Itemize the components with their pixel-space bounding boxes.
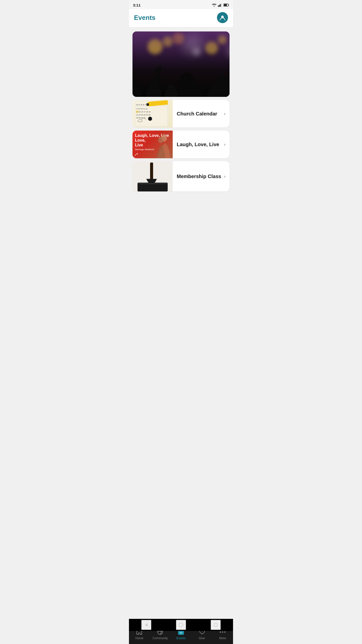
church-calendar-card[interactable]: M D W B Y Z 7 8 9 10 11 12 14 15 16 17 1…	[132, 100, 230, 128]
svg-rect-2	[220, 4, 221, 7]
membership-class-card[interactable]: Membership Class ›	[132, 161, 230, 191]
battery-icon	[223, 4, 229, 7]
wifi-icon	[212, 3, 216, 7]
android-back-button[interactable]	[141, 620, 151, 630]
church-calendar-chevron: ›	[224, 111, 225, 116]
laugh-love-live-chevron: ›	[224, 142, 225, 147]
nav-home-label: Home	[135, 636, 143, 640]
svg-point-18	[168, 84, 174, 92]
svg-point-46	[179, 623, 183, 627]
svg-point-34	[158, 137, 163, 143]
svg-point-12	[179, 72, 194, 91]
hero-event-card[interactable]	[132, 31, 230, 97]
svg-rect-38	[138, 183, 167, 184]
status-icons	[212, 3, 229, 7]
svg-rect-27	[136, 110, 139, 113]
signal-icon	[218, 3, 222, 7]
membership-class-chevron: ›	[224, 174, 225, 179]
laugh-love-live-image: Laugh, Love, Live Love, Live Marriage We…	[132, 131, 173, 158]
laugh-love-live-card[interactable]: Laugh, Love, Live Love, Live Marriage We…	[132, 131, 230, 158]
android-nav-bar	[129, 619, 233, 631]
laugh-love-live-title: Laugh, Love, Live	[177, 142, 219, 147]
back-triangle-icon	[144, 623, 149, 627]
church-calendar-title: Church Calendar	[177, 111, 217, 117]
nav-community-label: Community	[153, 636, 168, 640]
svg-point-32	[148, 117, 152, 121]
svg-text:17: 17	[180, 631, 182, 634]
svg-rect-5	[224, 4, 227, 6]
recent-square-icon	[214, 623, 218, 627]
laugh-love-live-info: Laugh, Love, Live ›	[173, 142, 230, 147]
svg-text:28  29  30  31: 28 29 30 31	[136, 117, 146, 119]
page-title: Events	[134, 14, 155, 22]
arrow-doodle	[134, 152, 139, 157]
nav-more-label: More	[219, 636, 226, 640]
status-time: 3:11	[133, 3, 141, 7]
nav-give-label: Give	[199, 636, 205, 640]
church-calendar-image: M D W B Y Z 7 8 9 10 11 12 14 15 16 17 1…	[132, 100, 173, 128]
svg-rect-36	[150, 163, 153, 180]
android-recent-button[interactable]	[211, 620, 221, 630]
membership-class-image	[132, 161, 173, 191]
nav-events-label: Events	[176, 636, 186, 640]
membership-visual-svg	[132, 161, 173, 191]
svg-rect-0	[218, 6, 219, 7]
svg-marker-45	[145, 623, 148, 627]
android-home-button[interactable]	[176, 620, 186, 630]
home-circle-icon	[179, 623, 183, 627]
svg-text:7    8    9   10  11  12: 7 8 9 10 11 12	[136, 108, 148, 110]
membership-class-info: Membership Class ›	[173, 174, 230, 179]
svg-rect-31	[146, 103, 149, 106]
profile-icon	[219, 14, 226, 21]
status-bar: 3:11	[129, 0, 233, 9]
church-calendar-info: Church Calendar ›	[173, 111, 230, 117]
svg-text:21  22  23  24  25  26: 21 22 23 24 25 26	[136, 114, 151, 116]
couple-silhouette	[153, 131, 173, 158]
profile-button[interactable]	[217, 12, 228, 23]
svg-rect-47	[214, 623, 217, 626]
membership-class-title: Membership Class	[177, 174, 221, 179]
calendar-visual-svg: M D W B Y Z 7 8 9 10 11 12 14 15 16 17 1…	[132, 100, 173, 128]
svg-text:M  D  W  B  Y  Z: M D W B Y Z	[136, 104, 148, 106]
hero-image	[132, 31, 230, 97]
svg-point-8	[150, 78, 159, 89]
app-header: Events	[129, 9, 233, 27]
svg-rect-3	[221, 3, 222, 7]
svg-rect-1	[219, 5, 220, 7]
main-content: M D W B Y Z 7 8 9 10 11 12 14 15 16 17 1…	[129, 27, 233, 214]
